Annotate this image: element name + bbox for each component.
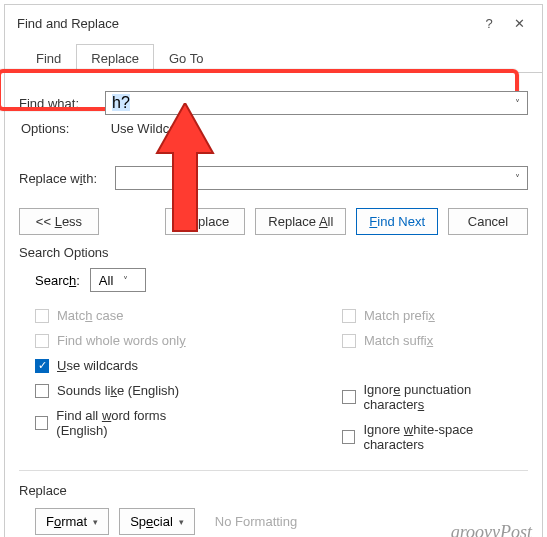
replace-with-label: Replace with: — [19, 171, 109, 186]
match-prefix-checkbox: Match prefix — [342, 308, 528, 323]
dialog-title: Find and Replace — [17, 16, 474, 31]
replace-with-combo[interactable]: ˅ — [115, 166, 528, 190]
cancel-button[interactable]: Cancel — [448, 208, 528, 235]
replace-all-button[interactable]: Replace All — [255, 208, 346, 235]
whole-words-checkbox: Find whole words only — [35, 333, 212, 348]
tab-goto[interactable]: Go To — [154, 44, 218, 73]
checkbox-icon — [35, 416, 48, 430]
dialog-body: Find what: h? ˅ Options: Use Wildcards R… — [5, 73, 542, 537]
match-case-checkbox: Match case — [35, 308, 212, 323]
watermark: groovyPost — [451, 522, 532, 537]
find-next-button[interactable]: Find Next — [356, 208, 438, 235]
checkbox-icon — [342, 309, 356, 323]
checkbox-icon: ✓ — [35, 359, 49, 373]
caret-down-icon: ▾ — [93, 517, 98, 527]
special-button[interactable]: Special▾ — [119, 508, 195, 535]
find-what-value: h? — [112, 94, 130, 111]
checkbox-icon — [35, 334, 49, 348]
chevron-down-icon[interactable]: ˅ — [123, 275, 128, 286]
titlebar: Find and Replace ? ✕ — [5, 5, 542, 41]
options-line: Options: Use Wildcards — [21, 121, 528, 136]
find-what-combo[interactable]: h? ˅ — [105, 91, 528, 115]
chevron-down-icon[interactable]: ˅ — [507, 98, 527, 109]
tab-replace[interactable]: Replace — [76, 44, 154, 73]
match-suffix-checkbox: Match suffix — [342, 333, 528, 348]
no-formatting-button: No Formatting — [205, 509, 307, 534]
use-wildcards-checkbox[interactable]: ✓ Use wildcards — [35, 358, 212, 373]
checkbox-icon — [342, 430, 355, 444]
close-button[interactable]: ✕ — [504, 13, 534, 33]
checkbox-icon — [342, 390, 355, 404]
divider — [19, 470, 528, 471]
checkbox-icon — [35, 309, 49, 323]
tab-find[interactable]: Find — [21, 44, 76, 73]
caret-down-icon: ▾ — [179, 517, 184, 527]
options-value: Use Wildcards — [111, 121, 195, 136]
chevron-down-icon[interactable]: ˅ — [507, 173, 527, 184]
replace-with-input[interactable] — [116, 169, 507, 188]
less-button[interactable]: << Less — [19, 208, 99, 235]
find-replace-dialog: Find and Replace ? ✕ Find Replace Go To … — [4, 4, 543, 537]
word-forms-checkbox[interactable]: Find all word forms (English) — [35, 408, 212, 438]
find-what-label: Find what: — [19, 96, 93, 111]
ignore-punct-checkbox[interactable]: Ignore punctuation characters — [342, 382, 528, 412]
help-button[interactable]: ? — [474, 13, 504, 33]
format-button[interactable]: Format▾ — [35, 508, 109, 535]
ignore-whitespace-checkbox[interactable]: Ignore white-space characters — [342, 422, 528, 452]
checkbox-icon — [342, 334, 356, 348]
checkbox-icon — [35, 384, 49, 398]
tab-strip: Find Replace Go To — [5, 43, 542, 73]
replace-button[interactable]: Replace — [165, 208, 245, 235]
sounds-like-checkbox[interactable]: Sounds like (English) — [35, 383, 212, 398]
search-label: Search: — [35, 273, 80, 288]
replace-section-title: Replace — [19, 483, 528, 498]
search-direction-select[interactable]: All ˅ — [90, 268, 146, 292]
search-options-title: Search Options — [19, 245, 528, 260]
